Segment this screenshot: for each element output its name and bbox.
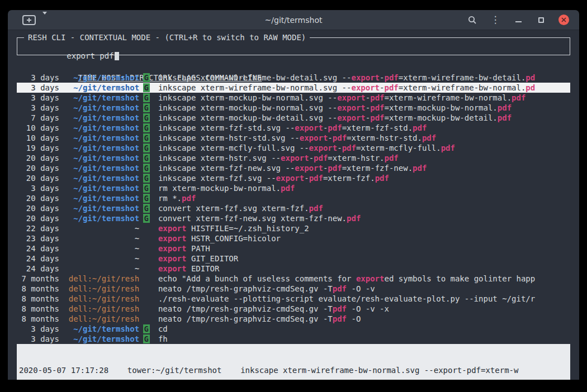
time-cell: 3 days (17, 324, 59, 333)
command-text: neato /tmp/resh-graphviz-cmdSeq.gv -T (158, 304, 333, 313)
history-row[interactable]: 10 days ~/git/termshot G inkscape xterm-… (17, 133, 570, 143)
titlebar: ~/git/termshot ⋮ (8, 10, 579, 30)
time-cell: 10 days (17, 123, 59, 132)
history-row[interactable]: 20 days ~/git/termshot G inkscape xterm-… (17, 173, 570, 183)
time-cell: 20 days (17, 164, 59, 173)
command-text: GIT_EDITOR (186, 254, 238, 263)
time-cell: 20 days (17, 214, 59, 223)
history-row[interactable]: 23 days ~ export HSTR_CONFIG=hicolor (17, 233, 570, 243)
history-row[interactable]: 20 days ~/git/termshot G convert xterm-f… (17, 203, 570, 213)
time-cell: 3 days (17, 93, 59, 102)
command-text: - (366, 103, 370, 112)
command-text: EDITOR (186, 264, 219, 273)
match-highlight: pdf (422, 133, 436, 142)
screen: ~/git/termshot ⋮ (0, 0, 587, 392)
time-cell: 8 months (17, 314, 59, 323)
match-highlight: pdf (498, 103, 512, 112)
command-text: =xterm-fzf-new. (342, 164, 413, 173)
time-cell: 3 days (17, 184, 59, 193)
time-cell: 10 days (17, 133, 59, 142)
minimize-button[interactable] (513, 15, 524, 26)
match-highlight: pdf (333, 304, 347, 313)
time-cell: 20 days (17, 204, 59, 213)
history-list: 3 days ~/git/termshot G inkscape xterm-w… (17, 73, 570, 344)
time-cell: 3 days (17, 334, 59, 343)
history-row[interactable]: 8 months dell:~/git/resh neato /tmp/resh… (17, 284, 570, 294)
history-row[interactable]: 3 days ~/git/termshot G fh (17, 334, 570, 344)
search-query[interactable]: export pdf (67, 51, 113, 60)
history-row[interactable]: 20 days ~/git/termshot G rm *.pdf (17, 193, 570, 203)
history-row[interactable]: 20 days ~/git/termshot G inkscape xterm-… (17, 163, 570, 173)
history-row[interactable]: 3 days ~/git/termshot G inkscape xterm-m… (17, 93, 570, 103)
history-row[interactable]: 24 days ~ export GIT_EDITOR (17, 254, 570, 264)
match-highlight: export (309, 144, 338, 152)
history-row[interactable]: 24 days ~ export EDITOR (17, 264, 570, 274)
history-row[interactable]: 10 days ~/git/termshot G inkscape xterm-… (17, 123, 570, 133)
history-row[interactable]: 8 months dell:~/git/resh ./resh-evaluate… (17, 294, 570, 304)
history-row[interactable]: 19 days ~/git/termshot G inkscape xterm-… (17, 143, 570, 153)
command-text: =xterm-hstr-std. (347, 133, 422, 142)
command-text: inkscape xterm-mockup-bw-normal.svg -- (158, 93, 337, 102)
host-cell: ~/git/termshot (64, 83, 139, 92)
command-text: =xterm-hstr. (328, 154, 384, 162)
host-cell: ~/git/termshot (64, 154, 139, 162)
host-cell: ~ (64, 264, 139, 273)
history-row[interactable]: 3 days ~/git/termshot G cd (17, 324, 570, 334)
new-tab-button[interactable] (22, 15, 36, 25)
match-highlight: pdf (375, 174, 389, 183)
match-highlight: pdf (333, 284, 347, 293)
match-highlight: export (300, 133, 328, 142)
history-row[interactable]: 3 days ~/git/termshot G inkscape xterm-m… (17, 103, 570, 113)
match-highlight: pdf (384, 73, 398, 82)
time-cell: 3 days (17, 73, 59, 82)
history-row[interactable]: 7 days ~/git/termshot G inkscape xterm-m… (17, 113, 570, 123)
command-text: neato /tmp/resh-graphviz-cmdSeq.gv -T (158, 284, 333, 293)
command-text: inkscape xterm-fzf-std.svg -- (158, 123, 295, 132)
match-highlight: export (337, 103, 366, 112)
command-text: inkscape xterm-wireframe-bw-detail.svg -… (158, 73, 352, 82)
match-highlight: pdf (281, 184, 295, 193)
time-cell: 20 days (17, 154, 59, 162)
host-cell: dell:~/git/resh (64, 304, 139, 313)
history-row[interactable]: 20 days ~/git/termshot G convert xterm-f… (17, 213, 570, 223)
history-row[interactable]: 24 days ~ export PATH (17, 243, 570, 254)
menu-button[interactable]: ⋮ (490, 15, 501, 26)
time-cell: 22 days (17, 224, 59, 233)
history-row[interactable]: 8 months dell:~/git/resh neato /tmp/resh… (17, 314, 570, 324)
search-button[interactable] (467, 15, 478, 26)
history-row[interactable]: 3 days ~/git/termshot G rm xterm-mockup-… (17, 183, 570, 193)
match-highlight: export (356, 274, 385, 283)
time-cell: 24 days (17, 254, 59, 263)
terminal[interactable]: RESH CLI - CONTEXTUAL MODE - (CTRL+R to … (8, 30, 579, 380)
search-icon (468, 16, 477, 25)
match-highlight: export (295, 164, 323, 173)
match-highlight: export (295, 123, 323, 132)
restore-button[interactable] (536, 15, 547, 26)
command-text: inkscape xterm-mockup-bw-normal.svg -- (158, 103, 337, 112)
titlebar-right-group: ⋮ (467, 15, 569, 26)
terminal-window: ~/git/termshot ⋮ (8, 10, 579, 380)
match-highlight: export (351, 73, 380, 82)
history-row[interactable]: 20 days ~/git/termshot G inkscape xterm-… (17, 153, 570, 163)
command-text: inkscape xterm-hstr-std.svg -- (158, 133, 300, 142)
match-highlight: pdf (333, 314, 347, 323)
time-cell: 20 days (17, 174, 59, 183)
time-cell: 7 days (17, 113, 59, 122)
command-text: ed symbols to make golinter happ (384, 274, 535, 283)
match-highlight: pdf (347, 214, 361, 223)
host-cell: ~/git/termshot (64, 324, 139, 333)
history-row[interactable]: 7 months dell:~/git/resh echo "Add a bun… (17, 274, 570, 284)
command-text: - (304, 174, 309, 183)
history-row[interactable]: 22 days ~ export HISTFILE=~/.zsh_history… (17, 223, 570, 233)
history-row[interactable]: 3 days ~/git/termshot G inkscape xterm-w… (17, 73, 570, 83)
host-cell: ~/git/termshot (64, 133, 139, 142)
close-button[interactable] (558, 15, 569, 25)
history-row[interactable]: 8 months dell:~/git/resh neato /tmp/resh… (17, 304, 570, 314)
search-query-line[interactable]: export pdf (20, 41, 567, 71)
match-highlight: export (351, 83, 380, 92)
history-row[interactable]: 3 days ~/git/termshot G inkscape xterm-w… (17, 83, 570, 93)
match-highlight: pdf (309, 204, 323, 213)
command-text: convert xterm-fzf-new.svg xterm-fzf-new. (158, 214, 347, 223)
tab-dropdown-button[interactable] (42, 15, 47, 25)
time-cell: 7 months (17, 274, 59, 283)
